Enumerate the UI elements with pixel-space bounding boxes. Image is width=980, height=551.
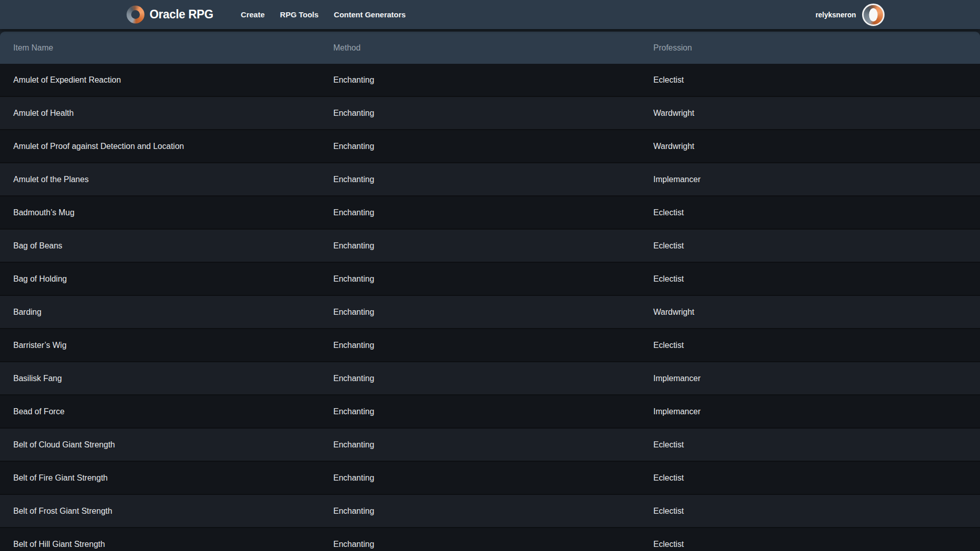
method-cell: Enchanting [333, 407, 653, 416]
oracle-rpg-logo-icon[interactable] [127, 6, 144, 23]
profession-cell: Eclectist [653, 208, 980, 217]
table-row[interactable]: Belt of Cloud Giant StrengthEnchantingEc… [0, 429, 980, 462]
method-cell: Enchanting [333, 507, 653, 516]
item-name-cell: Amulet of the Planes [13, 175, 333, 184]
primary-nav-links: Create RPG Tools Content Generators [226, 10, 406, 19]
brand-title[interactable]: Oracle RPG [150, 8, 213, 21]
table-row[interactable]: Amulet of Proof against Detection and Lo… [0, 130, 980, 163]
method-cell: Enchanting [333, 540, 653, 549]
table-row[interactable]: Bag of BeansEnchantingEclectist [0, 230, 980, 263]
item-name-cell: Amulet of Expedient Reaction [13, 76, 333, 85]
method-cell: Enchanting [333, 473, 653, 483]
item-name-cell: Belt of Hill Giant Strength [13, 540, 333, 549]
nav-link-rpg-tools[interactable]: RPG Tools [280, 10, 319, 19]
method-cell: Enchanting [333, 76, 653, 85]
table-row[interactable]: Bag of HoldingEnchantingEclectist [0, 263, 980, 296]
profession-cell: Wardwright [653, 109, 980, 118]
profession-cell: Eclectist [653, 274, 980, 284]
profession-cell: Eclectist [653, 540, 980, 549]
item-name-cell: Barding [13, 308, 333, 317]
items-table: Item Name Method Profession Amulet of Ex… [0, 32, 980, 551]
profession-cell: Eclectist [653, 473, 980, 483]
item-name-cell: Bag of Beans [13, 241, 333, 251]
table-row[interactable]: Badmouth’s MugEnchantingEclectist [0, 196, 980, 230]
profession-cell: Eclectist [653, 341, 980, 350]
method-cell: Enchanting [333, 175, 653, 184]
column-header-method: Method [333, 43, 653, 53]
method-cell: Enchanting [333, 208, 653, 217]
username-label[interactable]: relyksneron [816, 11, 856, 19]
column-header-profession: Profession [653, 43, 980, 53]
profession-cell: Eclectist [653, 76, 980, 85]
profession-cell: Eclectist [653, 241, 980, 251]
profession-cell: Implemancer [653, 407, 980, 416]
method-cell: Enchanting [333, 109, 653, 118]
profession-cell: Wardwright [653, 142, 980, 151]
table-row[interactable]: Amulet of the PlanesEnchantingImplemance… [0, 163, 980, 196]
method-cell: Enchanting [333, 142, 653, 151]
table-row[interactable]: Basilisk FangEnchantingImplemancer [0, 362, 980, 395]
table-row[interactable]: Amulet of Expedient ReactionEnchantingEc… [0, 64, 980, 97]
item-name-cell: Belt of Frost Giant Strength [13, 507, 333, 516]
item-name-cell: Badmouth’s Mug [13, 208, 333, 217]
item-name-cell: Belt of Fire Giant Strength [13, 473, 333, 483]
table-body: Amulet of Expedient ReactionEnchantingEc… [0, 64, 980, 551]
nav-link-create[interactable]: Create [241, 10, 265, 19]
user-avatar[interactable] [862, 4, 885, 26]
table-row[interactable]: Belt of Fire Giant StrengthEnchantingEcl… [0, 462, 980, 495]
profession-cell: Wardwright [653, 308, 980, 317]
method-cell: Enchanting [333, 374, 653, 383]
item-name-cell: Bag of Holding [13, 274, 333, 284]
profession-cell: Eclectist [653, 507, 980, 516]
profession-cell: Implemancer [653, 374, 980, 383]
item-name-cell: Bead of Force [13, 407, 333, 416]
method-cell: Enchanting [333, 274, 653, 284]
item-name-cell: Amulet of Proof against Detection and Lo… [13, 142, 333, 151]
method-cell: Enchanting [333, 341, 653, 350]
method-cell: Enchanting [333, 308, 653, 317]
item-name-cell: Belt of Cloud Giant Strength [13, 440, 333, 449]
table-header-row: Item Name Method Profession [0, 32, 980, 64]
item-name-cell: Basilisk Fang [13, 374, 333, 383]
nav-left-group: Oracle RPG Create RPG Tools Content Gene… [127, 6, 406, 23]
profession-cell: Eclectist [653, 440, 980, 449]
table-row[interactable]: Belt of Frost Giant StrengthEnchantingEc… [0, 495, 980, 528]
top-navigation-bar: Oracle RPG Create RPG Tools Content Gene… [0, 0, 980, 29]
profession-cell: Implemancer [653, 175, 980, 184]
method-cell: Enchanting [333, 241, 653, 251]
item-name-cell: Amulet of Health [13, 109, 333, 118]
method-cell: Enchanting [333, 440, 653, 449]
nav-user-group: relyksneron [816, 4, 885, 26]
table-row[interactable]: Bead of ForceEnchantingImplemancer [0, 395, 980, 429]
table-row[interactable]: BardingEnchantingWardwright [0, 296, 980, 329]
nav-link-content-generators[interactable]: Content Generators [334, 10, 406, 19]
column-header-item-name: Item Name [13, 43, 333, 53]
table-row[interactable]: Barrister’s WigEnchantingEclectist [0, 329, 980, 362]
item-name-cell: Barrister’s Wig [13, 341, 333, 350]
table-row[interactable]: Amulet of HealthEnchantingWardwright [0, 97, 980, 130]
table-row[interactable]: Belt of Hill Giant StrengthEnchantingEcl… [0, 528, 980, 551]
